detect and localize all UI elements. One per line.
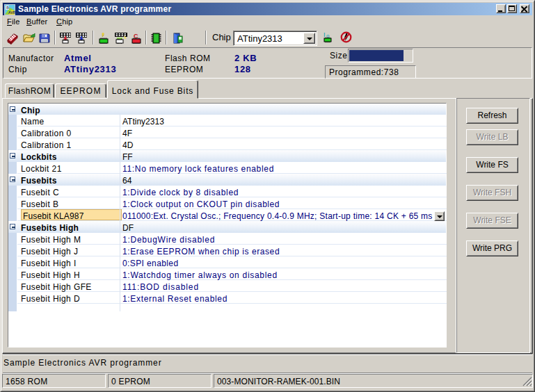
svg-text:B: B bbox=[6, 6, 9, 10]
svg-text:AVR: AVR bbox=[8, 10, 15, 15]
svg-text:I: I bbox=[324, 31, 326, 38]
